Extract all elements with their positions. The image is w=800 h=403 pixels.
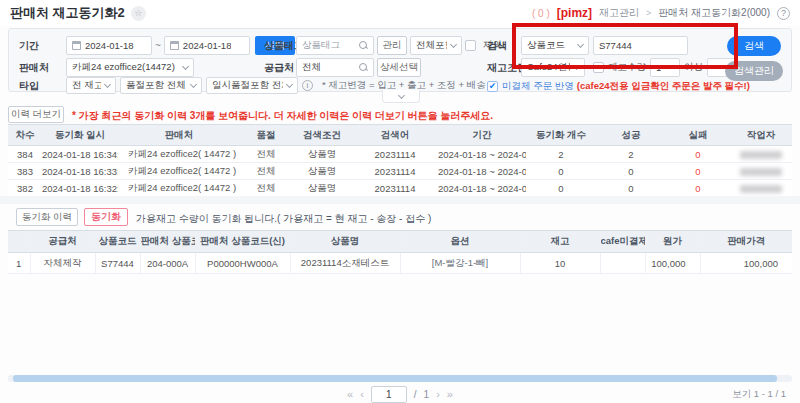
history-row[interactable]: 384 2024-01-18 16:34:18 카페24 ezoffice2( … (8, 146, 792, 163)
supplier-label: 공급처 (264, 61, 294, 75)
col-fail: 실패 (666, 125, 730, 146)
history-notice: * 가장 최근의 동기화 이력 3개를 보여줍니다. 더 자세한 이력은 이력 … (72, 109, 493, 123)
col-condition: 검색조건 (292, 125, 352, 146)
search-type-select[interactable]: 상품코드 (521, 36, 589, 55)
product-tag-input[interactable]: 상품태그 (296, 36, 374, 55)
date-from-input[interactable]: 2024-01-18 (66, 36, 152, 55)
chevron-down-icon (286, 80, 293, 87)
tag-exclude-checkbox[interactable] (465, 40, 476, 51)
sync-history-table: 차수 동기화 일시 판매처 품절 검색조건 검색어 기간 동기화 개수 성공 실… (8, 124, 792, 197)
seller-label: 판매처 (19, 61, 49, 75)
first-page-icon[interactable]: « (347, 389, 353, 400)
current-page-input[interactable]: 1 (371, 386, 407, 403)
col-soldout: 품절 (240, 125, 292, 146)
help-icon[interactable]: ? (777, 7, 790, 20)
calendar-icon (170, 41, 179, 50)
chevron-down-icon (577, 40, 584, 47)
stock-min-label: 이상 (684, 61, 703, 74)
total-pages: 1 (424, 389, 430, 400)
stock-qty-checkbox[interactable] (593, 62, 604, 73)
search-manage-button[interactable]: 검색관리 (725, 61, 783, 81)
breadcrumb-parent[interactable]: 재고관리 (599, 6, 639, 20)
view-range-info: 보기 1 - 1 / 1 (732, 388, 786, 401)
last-page-icon[interactable]: » (447, 389, 453, 400)
supplier-detail-button[interactable]: 상세선택 (377, 58, 421, 77)
search-icon (359, 41, 368, 50)
breadcrumb-separator-icon: > (646, 8, 651, 18)
unpaid-order-checkbox[interactable]: ✔ (487, 81, 498, 92)
date-range-tilde: ~ (155, 40, 161, 51)
type-label: 타입 (19, 79, 39, 93)
filter-collapse-toggle[interactable] (382, 90, 420, 103)
history-row[interactable]: 383 2024-01-18 16:33:42 카페24 ezoffice2( … (8, 163, 792, 180)
favorite-star-icon[interactable]: ☆ (131, 6, 146, 21)
sync-button[interactable]: 동기화 (84, 208, 128, 226)
type-temp-soldout-select[interactable]: 일시품절포함 전체 (206, 77, 298, 94)
stock-qty-label: 재고수량 (608, 61, 646, 74)
search-button[interactable]: 검색 (727, 36, 781, 56)
tag-include-select[interactable]: 전체포함 (410, 36, 462, 55)
search-icon (359, 63, 368, 72)
col-round: 차수 (8, 125, 42, 146)
horizontal-scrollbar-thumb[interactable] (13, 375, 777, 382)
worker-name-masked (740, 185, 782, 193)
search-keyword-input[interactable]: S77444 (593, 36, 688, 55)
filter-panel: 기간 2024-01-18 ~ 2024-01-18 선택 상품태그 상품태그 … (8, 28, 792, 92)
breadcrumb-current: 판매처 재고동기화2(000) (658, 6, 770, 20)
worker-name-masked (740, 168, 782, 176)
next-page-icon[interactable]: › (436, 389, 440, 400)
stock-condition-select[interactable]: Cafe24연동 (521, 58, 585, 77)
product-table: 공급처 상품코드 판매처 상품코드 판매처 상품코드(신) 상품명 옵션 재고 … (8, 230, 792, 274)
date-to-input[interactable]: 2024-01-18 (164, 36, 250, 55)
col-keyword: 검색어 (352, 125, 438, 146)
col-product-code: 상품코드 (95, 231, 140, 253)
calendar-icon (72, 41, 81, 50)
history-row[interactable]: 382 2024-01-18 16:32:04 카페24 ezoffice2( … (8, 180, 792, 197)
worker-name-masked (740, 151, 782, 159)
product-row[interactable]: 1 자체제작 S77444 204-000A P00000HW000A 2023… (8, 253, 792, 274)
history-more-button[interactable]: 이력 더보기 (8, 106, 64, 123)
seller-select[interactable]: 카페24 ezoffice2(14472) (66, 58, 194, 77)
col-row-no (8, 231, 30, 253)
col-seller: 판매처 (118, 125, 240, 146)
stock-qty-min-input[interactable]: 1 (650, 58, 680, 77)
type-soldout-select[interactable]: 품절포함 전체 (120, 77, 202, 94)
supplier-input[interactable]: 전체 (296, 58, 374, 77)
col-supplier: 공급처 (30, 231, 95, 253)
col-sync-count: 동기화 개수 (526, 125, 596, 146)
chevron-down-icon (190, 80, 197, 87)
col-price: 판매가격 (700, 231, 792, 253)
prev-page-icon[interactable]: ‹ (360, 389, 364, 400)
col-option: 옵션 (400, 231, 520, 253)
product-header-row: 공급처 상품코드 판매처 상품코드 판매처 상품코드(신) 상품명 옵션 재고 … (8, 231, 792, 253)
tag-manage-button[interactable]: 관리 (377, 36, 407, 55)
top-bar: 판매처 재고동기화2 ☆ ( 0 ) [pimz] 재고관리 > 판매처 재고동… (0, 0, 800, 26)
col-seller-code: 판매처 상품코드 (140, 231, 195, 253)
chevron-down-icon (182, 62, 189, 69)
col-period: 기간 (438, 125, 526, 146)
section-divider (0, 196, 800, 204)
chevron-down-icon (573, 62, 580, 69)
search-label: 검색 (487, 39, 507, 53)
history-header-row: 차수 동기화 일시 판매처 품절 검색조건 검색어 기간 동기화 개수 성공 실… (8, 125, 792, 146)
page-separator: / (414, 389, 417, 400)
horizontal-scrollbar-track (8, 375, 792, 382)
col-product-name: 상품명 (290, 231, 400, 253)
unpaid-order-warning: (cafe24전용 입금확인 주문은 발주 필수!) (577, 80, 750, 93)
chevron-down-icon (397, 91, 404, 98)
pagination: « ‹ 1 / 1 › » (0, 385, 800, 403)
sync-history-button[interactable]: 동기화 이력 (16, 208, 78, 226)
col-cafe-unpaid: cafe미결제 (600, 231, 645, 253)
app-window: 판매처 재고동기화2 ☆ ( 0 ) [pimz] 재고관리 > 판매처 재고동… (0, 0, 800, 403)
info-icon: i (302, 80, 313, 91)
col-datetime: 동기화 일시 (42, 125, 118, 146)
col-seller-code-new: 판매처 상품코드(신) (195, 231, 290, 253)
col-worker: 작업자 (730, 125, 792, 146)
type-stock-select[interactable]: 전 재고 (66, 77, 116, 94)
chevron-down-icon (104, 80, 111, 87)
brand-label: [pimz] (557, 6, 592, 20)
unpaid-order-label: 미결제 주문 반영 (502, 80, 574, 93)
count-badge: ( 0 ) (532, 8, 550, 19)
col-success: 성공 (596, 125, 666, 146)
sync-note: 가용재고 수량이 동기화 됩니다.( 가용재고 = 현 재고 - 송장 - 접수… (136, 212, 431, 226)
